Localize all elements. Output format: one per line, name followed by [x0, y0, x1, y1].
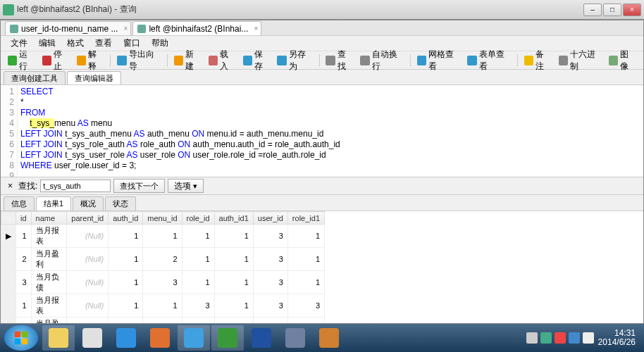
cell[interactable]: 当月盈利 — [31, 318, 67, 324]
column-header[interactable]: role_id — [182, 212, 214, 225]
cell[interactable]: 1 — [287, 225, 324, 248]
table-row[interactable]: 1当月报表(Null)113133 — [1, 294, 325, 318]
cell[interactable]: 1 — [214, 271, 253, 294]
column-header[interactable]: user_id — [253, 212, 287, 225]
toolbar-button[interactable]: 自动换行 — [357, 54, 407, 68]
cell[interactable]: 1 — [16, 225, 32, 248]
taskbar-item[interactable] — [42, 325, 75, 351]
row-header[interactable] — [1, 248, 16, 271]
cell[interactable]: 3 — [287, 294, 324, 318]
close-tab-icon[interactable]: × — [254, 25, 259, 32]
row-header[interactable] — [1, 318, 16, 324]
cell[interactable]: 1 — [109, 294, 143, 318]
toolbar-button[interactable]: 备注 — [521, 54, 555, 68]
cell[interactable]: 当月盈利 — [31, 248, 67, 271]
table-row[interactable]: 2当月盈利(Null)123133 — [1, 318, 325, 324]
tray-icon[interactable] — [583, 332, 594, 344]
cell[interactable]: 3 — [253, 225, 287, 248]
result-tab[interactable]: 结果1 — [36, 196, 71, 210]
taskbar-item[interactable] — [76, 325, 109, 351]
editor-mode-tab[interactable]: 查询编辑器 — [67, 71, 121, 84]
maximize-button[interactable]: □ — [603, 4, 621, 16]
toolbar-button[interactable]: 图像 — [606, 54, 639, 68]
cell[interactable]: 3 — [253, 271, 287, 294]
row-header[interactable]: ▶ — [1, 225, 16, 248]
cell[interactable]: 1 — [182, 248, 214, 271]
cell[interactable]: 1 — [182, 271, 214, 294]
toolbar-button[interactable]: 表单查看 — [464, 54, 514, 68]
toolbar-button[interactable]: 停止 — [39, 54, 73, 68]
cell[interactable]: 2 — [16, 248, 32, 271]
tray-icon[interactable] — [540, 332, 552, 344]
tray-icon[interactable] — [526, 332, 538, 344]
tray-icon[interactable] — [555, 332, 566, 344]
cell[interactable]: 1 — [182, 225, 214, 248]
clock[interactable]: 14:31 2014/6/26 — [598, 329, 640, 347]
column-header[interactable]: menu_id — [143, 212, 182, 225]
column-header[interactable]: auth_id1 — [214, 212, 253, 225]
result-grid[interactable]: idnameparent_idauth_idmenu_idrole_idauth… — [1, 210, 643, 323]
cell[interactable]: 1 — [214, 294, 253, 318]
tray-icons[interactable] — [526, 332, 594, 344]
cell[interactable]: 2 — [143, 248, 182, 271]
taskbar-item[interactable] — [211, 325, 244, 351]
column-header[interactable]: id — [16, 212, 32, 225]
cell[interactable]: 1 — [109, 271, 143, 294]
cell[interactable]: (Null) — [67, 318, 109, 324]
toolbar-button[interactable]: 运行 — [5, 54, 38, 68]
cell[interactable]: 1 — [109, 225, 143, 248]
cell[interactable]: 3 — [253, 318, 287, 324]
close-search-button[interactable]: × — [5, 181, 16, 191]
result-tab[interactable]: 状态 — [105, 196, 136, 210]
column-header[interactable]: auth_id — [109, 212, 143, 225]
result-tab[interactable]: 信息 — [4, 196, 35, 210]
toolbar-button[interactable]: 另存为 — [274, 54, 315, 68]
cell[interactable]: 当月报表 — [31, 225, 67, 248]
cell[interactable]: 1 — [143, 294, 182, 318]
cell[interactable]: 3 — [287, 318, 324, 324]
cell[interactable]: 3 — [253, 248, 287, 271]
cell[interactable]: 当月报表 — [31, 294, 67, 318]
table-row[interactable]: ▶1当月报表(Null)111131 — [1, 225, 325, 248]
close-button[interactable]: × — [623, 4, 641, 16]
cell[interactable]: 3 — [182, 294, 214, 318]
document-tab[interactable]: user_id-to-menu_name ...× — [5, 21, 131, 35]
start-button[interactable] — [4, 325, 38, 351]
cell[interactable]: 1 — [214, 318, 253, 324]
cell[interactable]: (Null) — [67, 225, 109, 248]
toolbar-button[interactable]: 解释 — [74, 54, 107, 68]
taskbar-item[interactable] — [279, 325, 311, 351]
taskbar-item[interactable] — [178, 325, 210, 351]
cell[interactable]: 2 — [143, 318, 182, 324]
cell[interactable]: 1 — [109, 318, 143, 324]
editor-mode-tab[interactable]: 查询创建工具 — [4, 71, 66, 84]
cell[interactable]: (Null) — [67, 248, 109, 271]
taskbar-item[interactable] — [245, 325, 278, 351]
row-header[interactable] — [1, 271, 16, 294]
taskbar-item[interactable] — [144, 325, 176, 351]
cell[interactable]: 3 — [182, 318, 214, 324]
cell[interactable]: 1 — [214, 225, 253, 248]
toolbar-button[interactable]: 查找 — [323, 54, 356, 68]
column-header[interactable]: parent_id — [67, 212, 109, 225]
table-row[interactable]: 3当月负债(Null)131131 — [1, 271, 325, 294]
sql-editor[interactable]: 12345678910 SELECT * FROM t_sys_menu AS … — [1, 85, 643, 177]
minimize-button[interactable]: – — [583, 4, 602, 16]
result-tab[interactable]: 概况 — [73, 196, 104, 210]
taskbar-item[interactable] — [110, 325, 142, 351]
sql-code[interactable]: SELECT * FROM t_sys_menu AS menu LEFT JO… — [18, 85, 643, 177]
cell[interactable]: 3 — [143, 271, 182, 294]
close-tab-icon[interactable]: × — [124, 25, 128, 32]
column-header[interactable]: role_id1 — [287, 212, 324, 225]
cell[interactable]: (Null) — [67, 294, 109, 318]
cell[interactable]: 1 — [16, 294, 32, 318]
document-tab[interactable]: left @binhaifast2 (BInhai...× — [132, 21, 261, 35]
cell[interactable]: 2 — [16, 318, 32, 324]
toolbar-button[interactable]: 载入 — [206, 54, 239, 68]
cell[interactable]: 3 — [16, 271, 32, 294]
cell[interactable]: 当月负债 — [31, 271, 67, 294]
cell[interactable]: 1 — [143, 225, 182, 248]
column-header[interactable]: name — [31, 212, 67, 225]
toolbar-button[interactable]: 十六进制 — [556, 54, 605, 68]
find-next-button[interactable]: 查找下一个 — [113, 179, 165, 193]
